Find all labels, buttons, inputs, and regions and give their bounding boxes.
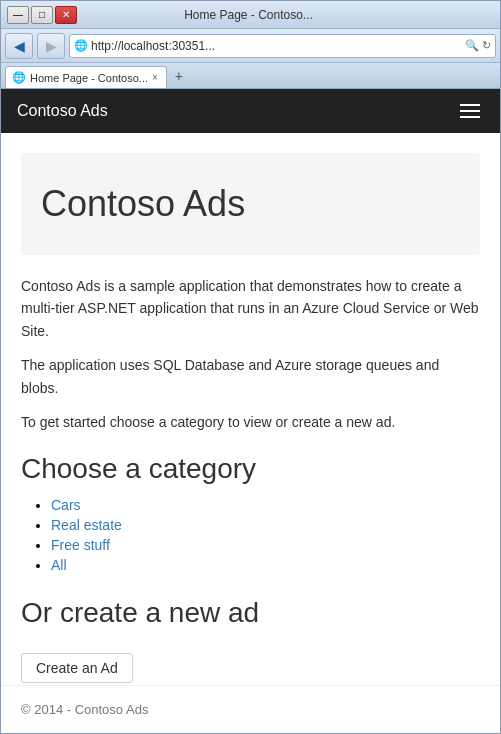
- category-link-cars[interactable]: Cars: [51, 497, 81, 513]
- browser-tab[interactable]: 🌐 Home Page - Contoso... ×: [5, 66, 167, 88]
- maximize-button[interactable]: □: [31, 6, 53, 24]
- navbar-brand: Contoso Ads: [17, 102, 108, 120]
- navbar-toggle-button[interactable]: [456, 100, 484, 122]
- forward-icon: ▶: [46, 38, 57, 54]
- main-content: Contoso Ads Contoso Ads is a sample appl…: [1, 133, 500, 685]
- footer: © 2014 - Contoso Ads: [1, 685, 500, 733]
- forward-button[interactable]: ▶: [37, 33, 65, 59]
- category-heading: Choose a category: [21, 453, 480, 485]
- category-list: Cars Real estate Free stuff All: [21, 497, 480, 573]
- address-bar-input[interactable]: 🌐 http://localhost:30351... 🔍 ↻: [69, 34, 496, 58]
- list-item: Free stuff: [51, 537, 480, 553]
- description-para2: The application uses SQL Database and Az…: [21, 354, 480, 399]
- minimize-button[interactable]: —: [7, 6, 29, 24]
- category-link-real-estate[interactable]: Real estate: [51, 517, 122, 533]
- search-icon: 🔍: [465, 39, 479, 52]
- back-button[interactable]: ◀: [5, 33, 33, 59]
- create-heading: Or create a new ad: [21, 597, 480, 629]
- page-icon: 🌐: [74, 39, 88, 52]
- close-button[interactable]: ✕: [55, 6, 77, 24]
- description-para1: Contoso Ads is a sample application that…: [21, 275, 480, 342]
- list-item: Real estate: [51, 517, 480, 533]
- description-para3: To get started choose a category to view…: [21, 411, 480, 433]
- list-item: All: [51, 557, 480, 573]
- category-section: Choose a category Cars Real estate Free …: [21, 453, 480, 573]
- new-tab-button[interactable]: +: [169, 67, 189, 85]
- create-ad-button[interactable]: Create an Ad: [21, 653, 133, 683]
- hero-section: Contoso Ads: [21, 153, 480, 255]
- footer-text: © 2014 - Contoso Ads: [21, 702, 148, 717]
- tab-close-button[interactable]: ×: [152, 72, 158, 83]
- tab-label: Home Page - Contoso...: [30, 72, 148, 84]
- url-text: http://localhost:30351...: [91, 39, 462, 53]
- tab-icon: 🌐: [12, 71, 26, 84]
- back-icon: ◀: [14, 38, 25, 54]
- category-link-free-stuff[interactable]: Free stuff: [51, 537, 110, 553]
- refresh-icon: ↻: [482, 39, 491, 52]
- description-section: Contoso Ads is a sample application that…: [21, 275, 480, 433]
- hero-title: Contoso Ads: [41, 183, 460, 225]
- category-link-all[interactable]: All: [51, 557, 67, 573]
- window-title: Home Page - Contoso...: [77, 8, 420, 22]
- list-item: Cars: [51, 497, 480, 513]
- create-section: Or create a new ad Create an Ad: [21, 597, 480, 683]
- app-navbar: Contoso Ads: [1, 89, 500, 133]
